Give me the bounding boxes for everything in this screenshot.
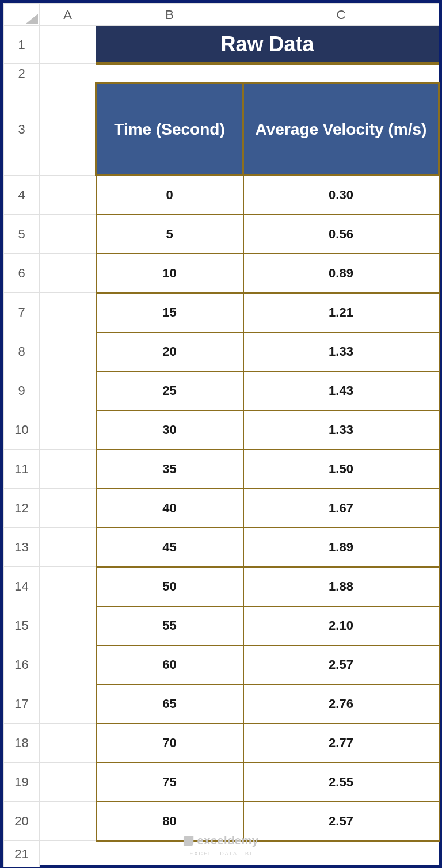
row-header-8[interactable]: 8 [4, 332, 40, 371]
row-header-10[interactable]: 10 [4, 410, 40, 450]
cell-C21[interactable] [243, 841, 439, 867]
cell-A4[interactable] [40, 176, 96, 215]
row-header-5[interactable]: 5 [4, 215, 40, 254]
table-row[interactable]: 70 [96, 724, 243, 763]
watermark-tagline: EXCEL · DATA · BI [190, 851, 253, 856]
row-header-15[interactable]: 15 [4, 606, 40, 645]
cell-B2[interactable] [96, 64, 243, 83]
table-row[interactable]: 50 [96, 567, 243, 606]
column-header-row: A B C [4, 4, 439, 26]
spreadsheet-frame: A B C 1 Raw Data 2 3 Time (Second) Avera… [0, 0, 442, 868]
table-row[interactable]: 0 [96, 176, 243, 215]
table-row[interactable]: 0.56 [243, 215, 439, 254]
table-row[interactable]: 30 [96, 410, 243, 450]
row-header-21[interactable]: 21 [4, 841, 40, 867]
table-row[interactable]: 2.77 [243, 724, 439, 763]
table-row[interactable]: 0.30 [243, 176, 439, 215]
table-row[interactable]: 0.89 [243, 254, 439, 293]
watermark: exceldemy EXCEL · DATA · BI [184, 834, 259, 856]
row-header-17[interactable]: 17 [4, 684, 40, 724]
row-header-16[interactable]: 16 [4, 645, 40, 684]
table-row[interactable]: 75 [96, 763, 243, 802]
spreadsheet-grid: A B C 1 Raw Data 2 3 Time (Second) Avera… [3, 3, 440, 867]
row-header-9[interactable]: 9 [4, 371, 40, 410]
table-row[interactable]: 2.76 [243, 684, 439, 724]
table-row[interactable]: 5 [96, 215, 243, 254]
table-row[interactable]: 60 [96, 645, 243, 684]
cell-A9[interactable] [40, 371, 96, 410]
column-header-B[interactable]: B [96, 4, 243, 26]
cell-A10[interactable] [40, 410, 96, 450]
cell-A8[interactable] [40, 332, 96, 371]
title-cell[interactable]: Raw Data [96, 26, 439, 64]
row-header-3[interactable]: 3 [4, 83, 40, 176]
column-header-A[interactable]: A [40, 4, 96, 26]
table-row[interactable]: 55 [96, 606, 243, 645]
cell-A17[interactable] [40, 684, 96, 724]
row-header-6[interactable]: 6 [4, 254, 40, 293]
cell-A18[interactable] [40, 724, 96, 763]
row-header-18[interactable]: 18 [4, 724, 40, 763]
cell-A19[interactable] [40, 763, 96, 802]
row-header-13[interactable]: 13 [4, 528, 40, 567]
table-row[interactable]: 2.57 [243, 802, 439, 841]
table-row[interactable]: 1.33 [243, 410, 439, 450]
brand-icon [184, 836, 194, 846]
table-row[interactable]: 1.50 [243, 450, 439, 489]
table-row[interactable]: 35 [96, 450, 243, 489]
cell-A1[interactable] [40, 26, 96, 64]
row-header-19[interactable]: 19 [4, 763, 40, 802]
cell-A15[interactable] [40, 606, 96, 645]
cell-A3[interactable] [40, 83, 96, 176]
row-header-14[interactable]: 14 [4, 567, 40, 606]
row-header-11[interactable]: 11 [4, 450, 40, 489]
table-row[interactable]: 10 [96, 254, 243, 293]
row-header-4[interactable]: 4 [4, 176, 40, 215]
table-row[interactable]: 1.43 [243, 371, 439, 410]
table-row[interactable]: 1.89 [243, 528, 439, 567]
table-row[interactable]: 2.55 [243, 763, 439, 802]
table-row[interactable]: 1.33 [243, 332, 439, 371]
cell-A6[interactable] [40, 254, 96, 293]
table-row[interactable]: 2.10 [243, 606, 439, 645]
cell-A16[interactable] [40, 645, 96, 684]
table-row[interactable]: 40 [96, 489, 243, 528]
table-row[interactable]: 2.57 [243, 645, 439, 684]
row-header-20[interactable]: 20 [4, 802, 40, 841]
cell-A13[interactable] [40, 528, 96, 567]
row-header-12[interactable]: 12 [4, 489, 40, 528]
table-row[interactable]: 15 [96, 293, 243, 332]
watermark-brand: exceldemy [197, 834, 259, 847]
row-header-1[interactable]: 1 [4, 26, 40, 64]
table-row[interactable]: 1.88 [243, 567, 439, 606]
cell-A12[interactable] [40, 489, 96, 528]
cell-A14[interactable] [40, 567, 96, 606]
row-header-7[interactable]: 7 [4, 293, 40, 332]
table-header-time[interactable]: Time (Second) [96, 83, 243, 176]
row-header-2[interactable]: 2 [4, 64, 40, 83]
cell-A2[interactable] [40, 64, 96, 83]
table-row[interactable]: 1.21 [243, 293, 439, 332]
cell-A7[interactable] [40, 293, 96, 332]
cell-C2[interactable] [243, 64, 439, 83]
column-header-C[interactable]: C [243, 4, 439, 26]
table-row[interactable]: 20 [96, 332, 243, 371]
cell-A5[interactable] [40, 215, 96, 254]
table-row[interactable]: 65 [96, 684, 243, 724]
table-row[interactable]: 1.67 [243, 489, 439, 528]
table-header-velocity[interactable]: Average Velocity (m/s) [243, 83, 439, 176]
cell-A11[interactable] [40, 450, 96, 489]
cell-A21[interactable] [40, 841, 96, 867]
cell-A20[interactable] [40, 802, 96, 841]
table-row[interactable]: 25 [96, 371, 243, 410]
table-row[interactable]: 45 [96, 528, 243, 567]
select-all-corner[interactable] [4, 4, 40, 26]
